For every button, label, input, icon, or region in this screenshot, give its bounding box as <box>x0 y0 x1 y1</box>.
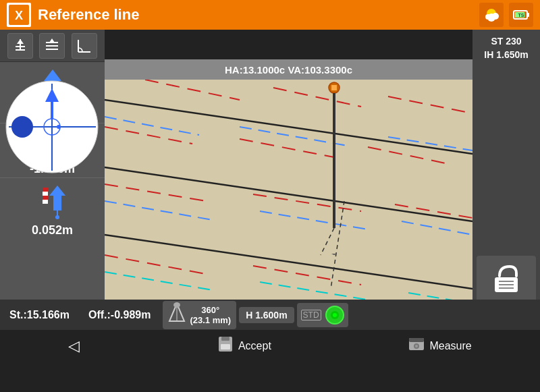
off-value: -0.989m <box>111 309 151 320</box>
svg-line-62 <box>260 282 375 301</box>
status-green-circle <box>325 306 344 325</box>
svg-point-78 <box>333 313 337 317</box>
degree-box: 360° (23.1 mm) <box>163 301 236 329</box>
unlock-icon <box>489 261 523 298</box>
svg-rect-66 <box>331 85 337 90</box>
main-area: 129.181m -1.316m <box>0 30 540 362</box>
measure-label: Measure <box>429 340 471 352</box>
accept-icon <box>217 335 234 357</box>
sort-up-tool[interactable] <box>7 33 33 59</box>
svg-line-43 <box>105 235 473 289</box>
st-value: 15.166m <box>27 309 70 320</box>
ha-va-label: HA:13.1000c VA:103.3300c <box>225 64 352 76</box>
std-label: STD <box>301 310 321 320</box>
left-toolbar <box>0 30 105 62</box>
station-label: ST 230 <box>484 35 528 49</box>
svg-line-44 <box>145 80 240 100</box>
app-logo: X <box>7 3 31 27</box>
svg-rect-30 <box>43 200 48 204</box>
svg-line-41 <box>105 100 473 154</box>
target-circle-area <box>0 59 105 194</box>
off-prefix: Off.: <box>88 309 111 320</box>
svg-marker-69 <box>331 254 337 255</box>
svg-line-53 <box>105 184 206 201</box>
svg-rect-83 <box>409 338 424 342</box>
svg-line-46 <box>388 96 473 113</box>
elevation-value: 0.052m <box>32 223 73 237</box>
offset-distance: Off.:-0.989m <box>79 309 160 321</box>
height-box: H 1.600m <box>239 307 294 323</box>
svg-text:X: X <box>15 9 23 22</box>
levels-tool[interactable] <box>39 33 65 59</box>
station-distance: St.:15.166m <box>0 309 79 321</box>
status-bar: St.:15.166m Off.:-0.989m 360° (23.1 mm) … <box>0 300 540 330</box>
svg-point-33 <box>55 215 59 219</box>
svg-rect-81 <box>221 344 230 349</box>
svg-line-68 <box>321 228 334 255</box>
degree-text: 360° (23.1 mm) <box>190 305 231 325</box>
height-value: H 1.600m <box>246 310 287 320</box>
accept-button[interactable]: Accept <box>206 331 282 361</box>
back-button[interactable]: ◁ <box>57 333 90 359</box>
header-right-icons: TS <box>479 3 533 27</box>
svg-line-50 <box>105 117 199 135</box>
svg-rect-67 <box>333 93 335 228</box>
svg-line-58 <box>402 221 473 235</box>
svg-point-5 <box>485 14 491 20</box>
svg-marker-17 <box>49 38 55 43</box>
svg-rect-7 <box>527 13 529 17</box>
measure-icon <box>408 335 425 357</box>
measure-button[interactable]: Measure <box>397 331 482 361</box>
ha-va-bar: HA:13.1000c VA:103.3300c <box>105 59 473 80</box>
svg-text:TS: TS <box>518 13 524 18</box>
svg-line-59 <box>105 255 206 274</box>
battery-icon: TS <box>509 3 533 27</box>
svg-line-42 <box>105 167 473 221</box>
station-info: ST 230 IH 1.650m <box>484 35 528 61</box>
back-icon: ◁ <box>68 337 80 355</box>
svg-rect-29 <box>43 196 48 200</box>
svg-point-85 <box>415 345 418 347</box>
svg-point-39 <box>57 125 61 129</box>
angle-tool[interactable] <box>72 33 97 59</box>
svg-rect-80 <box>221 337 230 341</box>
svg-marker-11 <box>17 39 24 44</box>
std-box: STD <box>297 303 348 327</box>
prism-icon <box>168 302 186 328</box>
survey-instrument <box>314 80 354 271</box>
svg-line-47 <box>105 127 192 144</box>
ih-label: IH 1.650m <box>484 49 528 62</box>
weather-icon <box>479 3 504 27</box>
svg-line-61 <box>105 272 213 290</box>
right-panel: ST 230 IH 1.650m Unlock <box>473 30 540 322</box>
svg-point-76 <box>173 302 180 308</box>
bottom-nav: ◁ Accept Measure <box>0 330 540 362</box>
st-prefix: St.: <box>9 309 27 320</box>
svg-line-49 <box>368 147 449 164</box>
accept-label: Accept <box>238 340 271 352</box>
svg-line-56 <box>105 201 213 220</box>
page-title: Reference line <box>38 6 139 24</box>
svg-point-40 <box>11 116 33 138</box>
header: X Reference line TS <box>0 0 540 30</box>
map-area <box>105 59 473 322</box>
target-circle <box>3 78 101 176</box>
